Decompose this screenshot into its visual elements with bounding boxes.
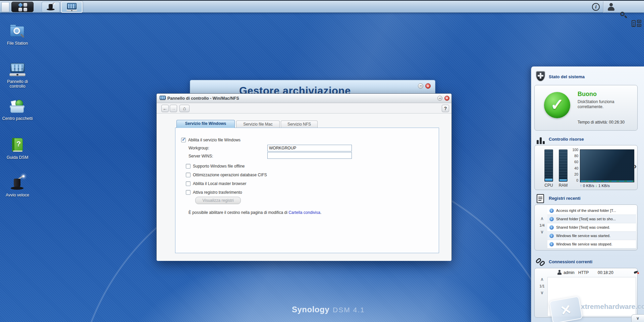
tab-nfs-service[interactable]: Servizio NFS	[281, 121, 318, 128]
download-arrow-icon: ↓	[595, 184, 597, 188]
control-panel-icon	[9, 61, 26, 78]
close-button[interactable]: ✕	[444, 96, 449, 101]
local-master-browser-checkbox[interactable]	[186, 181, 191, 186]
view-logs-button[interactable]: Visualizza registri	[195, 197, 241, 204]
control-panel-icon	[160, 96, 166, 101]
cpu-gauge	[544, 149, 553, 182]
cifs-optimization-label: Ottimizzazione operazioni database CIFS	[193, 173, 267, 177]
minimize-button[interactable]: –	[437, 96, 442, 101]
tab-windows-file-service[interactable]: Servizio file Windows	[176, 120, 235, 128]
desktop-icon-dsm-help[interactable]: ? Guida DSM	[1, 137, 34, 160]
wins-server-input[interactable]	[267, 152, 352, 159]
ram-label: RAM	[558, 183, 568, 188]
connections-icon	[536, 257, 546, 268]
dialog-title: Pannello di controllo - Win/Mac/NFS	[167, 96, 239, 101]
magic-hat-icon	[46, 3, 55, 11]
resource-monitor-expand-arrow[interactable]: ›	[634, 162, 637, 171]
enable-windows-service-checkbox[interactable]	[181, 138, 186, 142]
desktop-icon-file-station[interactable]: File Station	[1, 23, 34, 46]
info-icon: i	[549, 234, 554, 238]
forward-button[interactable]: →	[170, 105, 177, 112]
network-rates: ↑ 0 KB/s ↓ 1 KB/s	[580, 184, 637, 188]
network-throughput-graph	[580, 149, 634, 182]
page-up-icon[interactable]: ∧	[537, 216, 547, 221]
connection-user: admin	[564, 270, 575, 275]
status-ok-icon: ✓	[544, 92, 570, 118]
cifs-optimization-checkbox[interactable]	[186, 173, 191, 177]
logs-pager: ∧ 1/4 ∨	[537, 216, 547, 234]
widget-panel: Stato del sistema ✓ Buono DiskStation fu…	[531, 66, 644, 322]
dialog-titlebar[interactable]: Pannello di controllo - Win/Mac/NFS – ✕	[157, 94, 451, 103]
offline-files-checkbox[interactable]	[186, 164, 191, 169]
log-row[interactable]: iShared folder [Test] was created.	[547, 223, 636, 232]
pilot-view-icon[interactable]	[632, 20, 642, 27]
connections-title: Connessioni correnti	[549, 259, 592, 264]
log-row[interactable]: iAccess right of the shared folder [T...	[547, 206, 636, 215]
page-up-icon[interactable]: ∧	[537, 277, 547, 282]
workgroup-input[interactable]	[267, 145, 352, 151]
connection-protocol: HTTP	[578, 270, 589, 275]
shared-folder-link[interactable]: Cartella condivisa	[288, 210, 320, 215]
info-icon[interactable]: i	[592, 3, 600, 11]
offline-files-label: Supporto Windows file offline	[193, 164, 245, 169]
quick-start-taskbar-button[interactable]	[42, 2, 60, 12]
page-down-icon[interactable]: ∨	[537, 290, 547, 295]
desktop: i File Station Pannello di controllo Cen…	[0, 0, 644, 322]
system-health-shield-icon	[536, 71, 545, 82]
recent-logs-title: Registri recenti	[549, 196, 581, 201]
recent-logs-icon	[537, 194, 544, 203]
wins-server-label: Server WINS:	[189, 154, 213, 158]
logs-page-indicator: 1/4	[537, 223, 547, 227]
user-icon[interactable]	[607, 3, 615, 11]
resource-monitor-title: Controllo risorse	[549, 137, 584, 142]
widget-panel-collapse-button[interactable]: ∨	[631, 314, 644, 322]
status-text: Buono	[578, 91, 597, 98]
desktop-icon-label: Pannello di controllo	[1, 79, 34, 89]
main-menu-button[interactable]	[11, 2, 34, 12]
back-button[interactable]: ←	[161, 105, 169, 112]
desktop-icon-package-center[interactable]: Centro pacchetti	[1, 98, 34, 121]
log-row[interactable]: iShared folder [Test] was set to sho...	[547, 215, 636, 223]
tab-mac-file-service[interactable]: Servizio file Mac	[236, 121, 280, 128]
transfer-log-label: Attiva registro trasferimento	[193, 190, 242, 195]
log-row[interactable]: iWindows file service was stopped.	[547, 240, 636, 248]
download-rate: 1 KB/s	[598, 184, 610, 188]
package-center-icon	[9, 98, 26, 115]
help-book-icon: ?	[9, 137, 26, 154]
close-button[interactable]: ✕	[425, 83, 431, 89]
info-icon: i	[549, 217, 554, 221]
taskbar: i	[0, 0, 644, 13]
desktop-icon-label: Centro pacchetti	[1, 116, 34, 121]
disconnect-icon[interactable]	[634, 270, 639, 274]
minimize-button[interactable]: –	[418, 83, 423, 89]
help-button[interactable]: ?	[442, 105, 449, 112]
connection-row[interactable]: admin HTTP 00:18:20	[547, 270, 636, 276]
control-panel-taskbar-button[interactable]	[61, 1, 83, 13]
magic-hat-icon	[9, 175, 26, 191]
brand-name: Synology	[292, 305, 329, 314]
info-icon: i	[549, 242, 554, 246]
uptime-text: Tempo di attività: 00:26:30	[578, 120, 625, 125]
note-text: È possibile abilitare il cestino nella p…	[189, 210, 288, 215]
log-row[interactable]: iWindows file service was started.	[547, 232, 636, 240]
home-button[interactable]: ⌂	[179, 105, 190, 112]
control-panel-icon	[66, 3, 77, 12]
connections-pager: ∧ 1/1 ∨	[537, 277, 547, 295]
desktop-icon-label: File Station	[1, 41, 34, 46]
upload-arrow-icon: ↑	[580, 184, 582, 188]
file-station-icon	[9, 23, 26, 40]
page-down-icon[interactable]: ∨	[537, 230, 547, 234]
connection-time: 00:18:20	[598, 270, 613, 275]
search-icon[interactable]	[620, 11, 628, 19]
desktop-icon-label: Avvio veloce	[1, 193, 34, 197]
taskbar-pull-tab[interactable]	[1, 2, 9, 12]
log-list: iAccess right of the shared folder [T...…	[547, 206, 636, 248]
enable-windows-service-label: Abilita il servizio file Windows	[188, 138, 240, 142]
transfer-log-checkbox[interactable]	[186, 190, 191, 195]
desktop-icon-quick-start[interactable]: Avvio veloce	[1, 175, 34, 197]
storage-manager-window[interactable]: Gestore archiviazione – ✕	[190, 80, 435, 94]
control-panel-dialog: Pannello di controllo - Win/Mac/NFS – ✕ …	[156, 93, 452, 261]
desktop-icon-control-panel[interactable]: Pannello di controllo	[1, 61, 34, 89]
status-description: DiskStation funziona correttamente.	[578, 99, 632, 109]
upload-rate: 0 KB/s	[583, 184, 594, 188]
